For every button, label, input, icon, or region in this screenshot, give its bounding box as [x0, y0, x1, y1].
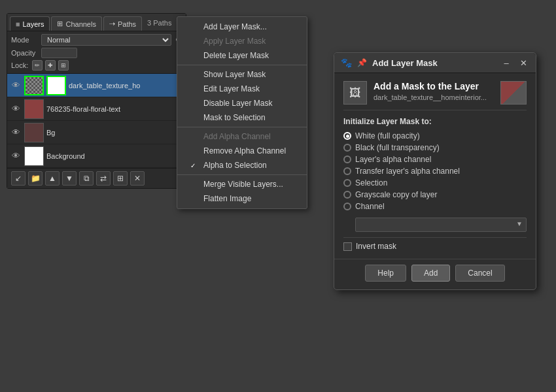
channels-tab-label: Channels	[65, 20, 96, 28]
radio-transfer-layer-alpha[interactable]: Transfer layer's alpha channel	[343, 165, 527, 177]
new-layer-button[interactable]: ⊞	[113, 171, 128, 186]
context-menu: Add Layer Mask... Apply Layer Mask Delet…	[177, 16, 307, 209]
paths-tab-icon: ⇢	[109, 20, 115, 28]
layer-item[interactable]: 👁 dark_table_texture_ho	[7, 74, 186, 97]
opacity-label: Opacity	[11, 49, 37, 57]
menu-label: Add Alpha Channel	[203, 132, 271, 141]
mode-label: Mode	[11, 36, 37, 44]
menu-label: Delete Layer Mask	[203, 51, 269, 60]
opacity-input[interactable]: 100,0	[41, 48, 77, 58]
layer-thumb	[24, 99, 44, 119]
menu-label: Show Layer Mask	[203, 70, 266, 79]
lock-pixels-icon[interactable]: ✏	[32, 60, 43, 71]
radio-label: Layer's alpha channel	[355, 155, 431, 164]
radio-circle	[343, 155, 351, 163]
dialog-body: 🖼 Add a Mask to the Layer dark_table_tex…	[334, 73, 536, 259]
menu-item-mask-to-selection[interactable]: Mask to Selection	[177, 110, 307, 125]
menu-item-apply-layer-mask[interactable]: Apply Layer Mask	[177, 34, 307, 48]
eye-icon[interactable]: 👁	[10, 103, 22, 115]
invert-mask-checkbox[interactable]	[343, 242, 352, 251]
dialog-title: Add Layer Mask	[372, 58, 495, 68]
radio-circle	[343, 203, 351, 210]
menu-label: Edit Layer Mask	[203, 84, 260, 93]
menu-item-remove-alpha-channel[interactable]: Remove Alpha Channel	[177, 144, 307, 158]
mode-select[interactable]: Normal Multiply Screen	[41, 34, 171, 46]
lock-icons: ✏ ✚ ⊞	[32, 60, 69, 71]
lock-row: Lock: ✏ ✚ ⊞	[11, 60, 182, 71]
layers-tab-label: Layers	[22, 20, 44, 28]
panel-tabs: ≡ Layers ⊞ Channels ⇢ Paths 3 Paths	[7, 14, 186, 31]
new-layer-from-selection-button[interactable]: ↙	[11, 171, 26, 186]
layers-list: 👁 dark_table_texture_ho 👁 768235-floral-…	[7, 74, 186, 168]
eye-icon[interactable]: 👁	[10, 80, 22, 91]
menu-label: Merge Visible Layers...	[203, 180, 283, 189]
menu-item-edit-layer-mask[interactable]: Edit Layer Mask	[177, 82, 307, 96]
merge-down-button[interactable]: ⇄	[96, 171, 111, 186]
menu-label: Flatten Image	[203, 194, 251, 203]
tab-layers[interactable]: ≡ Layers	[10, 16, 50, 31]
menu-item-show-layer-mask[interactable]: Show Layer Mask	[177, 67, 307, 82]
dialog-pin-icon[interactable]: 📌	[357, 58, 367, 67]
radio-channel[interactable]: Channel	[343, 201, 527, 212]
menu-item-delete-layer-mask[interactable]: Delete Layer Mask	[177, 48, 307, 63]
menu-item-disable-layer-mask[interactable]: Disable Layer Mask	[177, 96, 307, 110]
help-button[interactable]: Help	[365, 265, 406, 282]
add-button[interactable]: Add	[411, 265, 450, 282]
radio-black-full-transparency[interactable]: Black (full transparency)	[343, 142, 527, 154]
menu-label: Apply Layer Mask	[203, 37, 266, 46]
menu-item-add-alpha-channel[interactable]: Add Alpha Channel	[177, 129, 307, 144]
dialog-minimize-button[interactable]: –	[500, 57, 512, 69]
dialog-heading: Add a Mask to the Layer	[374, 81, 494, 91]
eye-icon[interactable]: 👁	[10, 127, 22, 139]
layer-item[interactable]: 👁 Bg	[7, 121, 186, 144]
tab-channels[interactable]: ⊞ Channels	[51, 16, 101, 31]
radio-label: Channel	[355, 202, 385, 211]
invert-mask-row: Invert mask	[343, 237, 527, 251]
cancel-button[interactable]: Cancel	[455, 265, 504, 282]
invert-mask-label: Invert mask	[356, 242, 396, 251]
menu-check: ✓	[190, 162, 200, 169]
dialog-layer-icon: 🖼	[343, 81, 367, 105]
paths-count: 3 Paths	[143, 16, 175, 31]
lock-position-icon[interactable]: ✚	[45, 60, 56, 71]
radio-layer-alpha-channel[interactable]: Layer's alpha channel	[343, 154, 527, 165]
menu-item-add-layer-mask[interactable]: Add Layer Mask...	[177, 20, 307, 34]
layer-mask-thumb	[46, 76, 66, 95]
layer-item[interactable]: 👁 768235-floral-floral-text	[7, 97, 186, 121]
dialog-header-text: Add a Mask to the Layer dark_table_textu…	[374, 81, 494, 101]
opacity-row: Opacity 100,0	[11, 48, 182, 58]
layer-name: dark_table_texture_ho	[69, 82, 183, 90]
menu-label: Mask to Selection	[203, 113, 266, 122]
menu-item-flatten-image[interactable]: Flatten Image	[177, 191, 307, 206]
create-layer-group-button[interactable]: 📁	[28, 171, 43, 186]
layer-name: Bg	[46, 129, 183, 137]
layer-name: Background	[46, 152, 183, 160]
channels-tab-icon: ⊞	[57, 20, 63, 28]
dialog-app-icon: 🐾	[341, 57, 352, 68]
radio-label: Grayscale copy of layer	[355, 190, 437, 199]
menu-item-alpha-to-selection[interactable]: ✓ Alpha to Selection	[177, 158, 307, 172]
lower-layer-button[interactable]: ▼	[62, 171, 77, 186]
menu-separator	[177, 127, 307, 127]
radio-selection[interactable]: Selection	[343, 177, 527, 189]
radio-grayscale-copy[interactable]: Grayscale copy of layer	[343, 189, 527, 201]
menu-item-merge-visible-layers[interactable]: Merge Visible Layers...	[177, 177, 307, 191]
panel-controls: Mode Normal Multiply Screen ↺ Opacity 10…	[7, 31, 186, 74]
menu-label: Alpha to Selection	[203, 161, 267, 170]
duplicate-layer-button[interactable]: ⧉	[79, 171, 94, 186]
channel-select[interactable]	[355, 218, 527, 232]
paths-tab-label: Paths	[118, 20, 136, 28]
delete-layer-button[interactable]: ✕	[130, 171, 145, 186]
radio-white-full-opacity[interactable]: White (full opacity)	[343, 130, 527, 142]
dialog-close-button[interactable]: ✕	[517, 57, 529, 69]
menu-separator	[177, 174, 307, 175]
radio-circle	[343, 132, 351, 140]
layer-item[interactable]: 👁 Background	[7, 144, 186, 168]
raise-layer-button[interactable]: ▲	[45, 171, 60, 186]
channel-select-wrapper: ▼	[355, 215, 527, 232]
tab-paths[interactable]: ⇢ Paths	[103, 16, 142, 31]
dialog-preview-thumb	[500, 81, 527, 105]
add-layer-mask-dialog: 🐾 📌 Add Layer Mask – ✕ 🖼 Add a Mask to t…	[334, 52, 536, 290]
eye-icon[interactable]: 👁	[10, 150, 22, 162]
lock-all-icon[interactable]: ⊞	[58, 60, 69, 71]
